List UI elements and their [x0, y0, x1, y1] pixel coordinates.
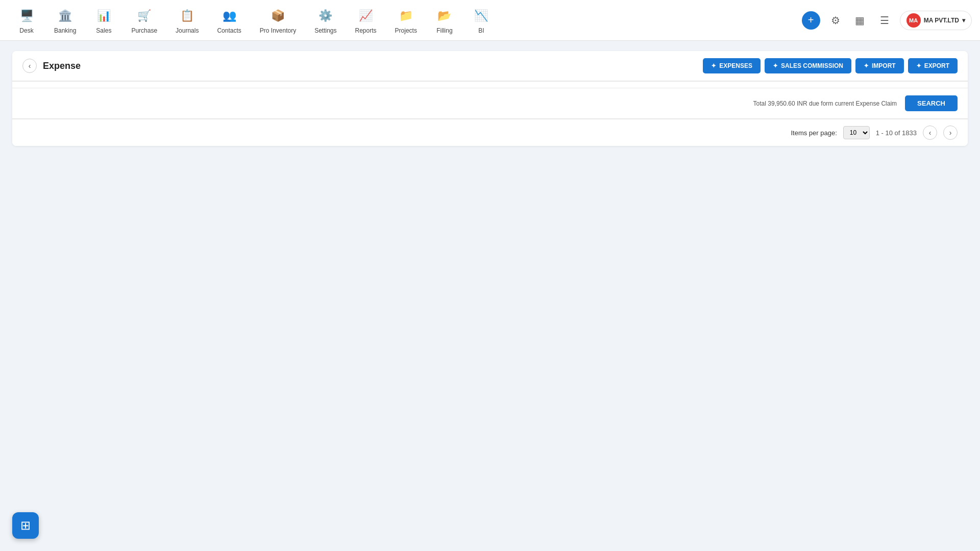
- sales-commission-btn-icon: ✦: [773, 62, 778, 69]
- expense-card: ‹ Expense ✦EXPENSES✦SALES COMMISSION✦IMP…: [12, 51, 968, 146]
- list-view-btn[interactable]: ☰: [875, 11, 894, 30]
- prev-page-button[interactable]: ‹: [923, 126, 937, 140]
- pro-inventory-icon: 📦: [268, 7, 287, 25]
- sales-icon: 📊: [94, 7, 113, 25]
- desk-label: Desk: [19, 27, 33, 34]
- nav-items: 🖥️ Desk 🏛️ Banking 📊 Sales 🛒 Purchase 📋 …: [8, 3, 802, 38]
- journals-icon: 📋: [178, 7, 197, 25]
- nav-item-purchase[interactable]: 🛒 Purchase: [122, 3, 166, 38]
- purchase-icon: 🛒: [135, 7, 154, 25]
- import-btn[interactable]: ✦IMPORT: [855, 58, 904, 73]
- page-header-left: ‹ Expense: [22, 59, 81, 73]
- nav-item-desk[interactable]: 🖥️ Desk: [8, 3, 45, 38]
- nav-item-sales[interactable]: 📊 Sales: [85, 3, 122, 38]
- nav-item-contacts[interactable]: 👥 Contacts: [208, 3, 250, 38]
- per-page-select[interactable]: 10 25 50: [843, 126, 870, 139]
- add-button[interactable]: +: [802, 11, 820, 30]
- main-content: ‹ Expense ✦EXPENSES✦SALES COMMISSION✦IMP…: [0, 41, 980, 156]
- banking-icon: 🏛️: [56, 7, 75, 25]
- filter-tabs-container: [12, 82, 968, 88]
- nav-item-banking[interactable]: 🏛️ Banking: [45, 3, 85, 38]
- user-badge[interactable]: MA MA PVT.LTD ▾: [900, 11, 972, 30]
- nav-item-journals[interactable]: 📋 Journals: [166, 3, 208, 38]
- pagination: Items per page: 10 25 50 1 - 10 of 1833 …: [12, 119, 968, 146]
- nav-item-settings[interactable]: ⚙️ Settings: [305, 3, 346, 38]
- desk-icon: 🖥️: [17, 7, 36, 25]
- nav-item-bi[interactable]: 📉 BI: [463, 3, 500, 38]
- sales-commission-btn[interactable]: ✦SALES COMMISSION: [765, 58, 851, 73]
- export-btn-icon: ✦: [916, 62, 921, 69]
- filling-label: Filling: [436, 27, 452, 34]
- user-label: MA PVT.LTD: [924, 17, 959, 24]
- header-buttons: ✦EXPENSES✦SALES COMMISSION✦IMPORT✦EXPORT: [703, 58, 958, 73]
- projects-icon: 📁: [397, 7, 415, 25]
- expenses-btn[interactable]: ✦EXPENSES: [703, 58, 761, 73]
- back-button[interactable]: ‹: [22, 59, 37, 73]
- projects-label: Projects: [395, 27, 417, 34]
- page-title: Expense: [43, 61, 81, 71]
- settings-label: Settings: [314, 27, 336, 34]
- user-chevron: ▾: [962, 17, 965, 24]
- settings-icon-btn[interactable]: ⚙: [826, 11, 845, 30]
- nav-item-reports[interactable]: 📈 Reports: [346, 3, 386, 38]
- user-avatar: MA: [906, 13, 921, 28]
- nav-item-filling[interactable]: 📂 Filling: [426, 3, 463, 38]
- journals-label: Journals: [176, 27, 199, 34]
- page-info: 1 - 10 of 1833: [876, 129, 917, 137]
- filling-icon: 📂: [435, 7, 454, 25]
- banking-label: Banking: [54, 27, 76, 34]
- grid-view-btn[interactable]: ▦: [851, 11, 869, 30]
- reports-label: Reports: [355, 27, 377, 34]
- bi-label: BI: [478, 27, 484, 34]
- contacts-label: Contacts: [217, 27, 241, 34]
- nav-right: + ⚙ ▦ ☰ MA MA PVT.LTD ▾: [802, 11, 972, 30]
- nav-item-pro-inventory[interactable]: 📦 Pro Inventory: [251, 3, 305, 38]
- reports-icon: 📈: [357, 7, 375, 25]
- bi-icon: 📉: [472, 7, 491, 25]
- nav-item-projects[interactable]: 📁 Projects: [386, 3, 426, 38]
- sales-label: Sales: [96, 27, 111, 34]
- items-per-page-label: Items per page:: [791, 129, 837, 137]
- settings-icon: ⚙️: [316, 7, 335, 25]
- purchase-label: Purchase: [131, 27, 157, 34]
- import-btn-icon: ✦: [864, 62, 869, 69]
- expenses-btn-icon: ✦: [711, 62, 716, 69]
- top-nav: 🖥️ Desk 🏛️ Banking 📊 Sales 🛒 Purchase 📋 …: [0, 0, 980, 41]
- search-button[interactable]: SEARCH: [905, 95, 958, 111]
- total-info: Total 39,950.60 INR due form current Exp…: [22, 95, 905, 111]
- export-btn[interactable]: ✦EXPORT: [908, 58, 958, 73]
- page-header: ‹ Expense ✦EXPENSES✦SALES COMMISSION✦IMP…: [12, 51, 968, 81]
- contacts-icon: 👥: [220, 7, 238, 25]
- next-page-button[interactable]: ›: [943, 126, 958, 140]
- search-area: Total 39,950.60 INR due form current Exp…: [12, 88, 968, 119]
- pro-inventory-label: Pro Inventory: [260, 27, 296, 34]
